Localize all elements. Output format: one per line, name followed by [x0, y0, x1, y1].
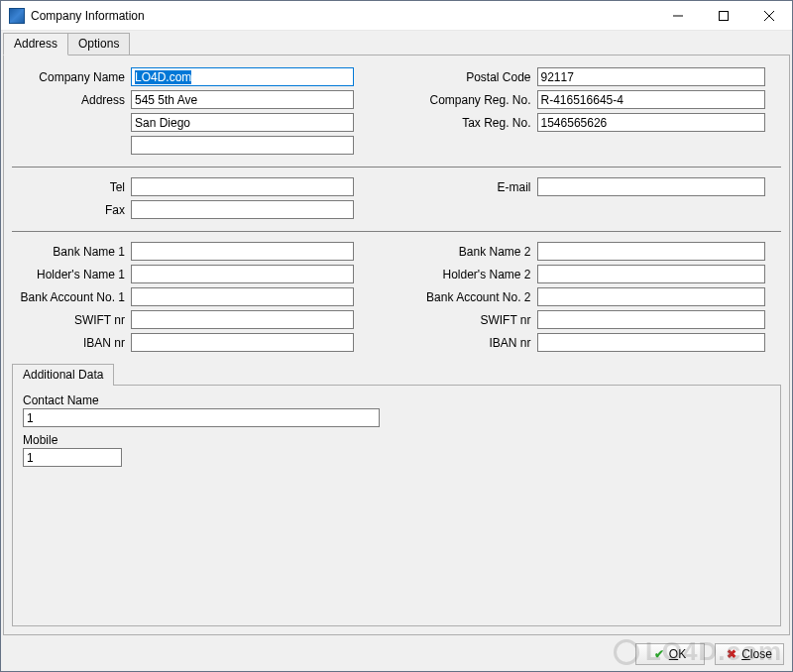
label-fax: Fax: [12, 203, 131, 217]
window-title: Company Information: [31, 9, 145, 23]
mobile-field[interactable]: [23, 448, 122, 467]
close-window-button[interactable]: [746, 1, 792, 31]
company-name-field[interactable]: [131, 67, 354, 86]
bank-name-1-field[interactable]: [131, 242, 354, 261]
swift-1-field[interactable]: [131, 310, 354, 329]
email-field[interactable]: [537, 177, 765, 196]
window: Company Information Address Options Co: [0, 0, 793, 672]
label-address: Address: [12, 93, 131, 107]
label-holder-name-1: Holder's Name 1: [12, 268, 131, 281]
label-company-name: Company Name: [12, 70, 131, 84]
button-bar: ✔ OK ✖ Close: [1, 637, 792, 671]
label-bank-name-1: Bank Name 1: [12, 245, 131, 259]
tel-field[interactable]: [131, 177, 354, 196]
label-iban-2: IBAN nr: [412, 336, 537, 350]
label-swift-1: SWIFT nr: [12, 313, 131, 327]
close-icon: [764, 11, 774, 21]
label-bank-acct-1: Bank Account No. 1: [12, 290, 131, 304]
label-iban-1: IBAN nr: [12, 336, 131, 350]
tax-reg-field[interactable]: [537, 113, 765, 132]
app-icon: [9, 8, 25, 24]
ok-button[interactable]: ✔ OK: [635, 643, 705, 665]
label-contact-name: Contact Name: [23, 393, 770, 407]
address-line1-field[interactable]: [131, 90, 354, 109]
label-tel: Tel: [12, 180, 131, 194]
swift-2-field[interactable]: [537, 310, 765, 329]
tab-panel-address: Company Name Address: [3, 55, 790, 635]
label-company-reg: Company Reg. No.: [412, 93, 537, 107]
check-icon: ✔: [654, 648, 664, 660]
ok-button-label: O: [669, 647, 678, 661]
minimize-icon: [673, 11, 683, 21]
bank-acct-1-field[interactable]: [131, 287, 354, 306]
tab-options[interactable]: Options: [67, 33, 130, 55]
label-tax-reg: Tax Reg. No.: [412, 116, 537, 130]
minimize-button[interactable]: [655, 1, 701, 31]
separator-2: [12, 231, 781, 232]
label-holder-name-2: Holder's Name 2: [412, 268, 537, 281]
client-area: Address Options Company Name Address: [1, 31, 792, 671]
separator-1: [12, 167, 781, 168]
main-tabs: Address Options: [1, 31, 792, 55]
address-line2-field[interactable]: [131, 113, 354, 132]
svg-rect-1: [720, 11, 729, 20]
iban-2-field[interactable]: [537, 333, 765, 352]
tab-additional-data[interactable]: Additional Data: [12, 364, 114, 386]
label-bank-name-2: Bank Name 2: [412, 245, 537, 259]
postal-code-field[interactable]: [537, 67, 765, 86]
holder-name-1-field[interactable]: [131, 265, 354, 283]
contact-name-field[interactable]: [23, 408, 380, 427]
label-mobile: Mobile: [23, 433, 770, 447]
bank-name-2-field[interactable]: [537, 242, 765, 261]
label-bank-acct-2: Bank Account No. 2: [412, 290, 537, 304]
cross-icon: ✖: [727, 648, 736, 660]
tab-address[interactable]: Address: [3, 33, 68, 56]
fax-field[interactable]: [131, 200, 354, 219]
holder-name-2-field[interactable]: [537, 265, 765, 283]
maximize-icon: [719, 11, 729, 21]
address-line3-field[interactable]: [131, 136, 354, 155]
label-postal-code: Postal Code: [412, 70, 537, 84]
company-reg-field[interactable]: [537, 90, 765, 109]
additional-section: Additional Data Contact Name Mobile: [12, 364, 781, 626]
bank-acct-2-field[interactable]: [537, 287, 765, 306]
iban-1-field[interactable]: [131, 333, 354, 352]
additional-panel: Contact Name Mobile: [12, 385, 781, 626]
titlebar: Company Information: [1, 1, 792, 31]
label-email: E-mail: [412, 180, 537, 194]
maximize-button[interactable]: [701, 1, 746, 31]
close-button-label: C: [741, 647, 750, 661]
close-button[interactable]: ✖ Close: [715, 643, 784, 665]
label-swift-2: SWIFT nr: [412, 313, 537, 327]
